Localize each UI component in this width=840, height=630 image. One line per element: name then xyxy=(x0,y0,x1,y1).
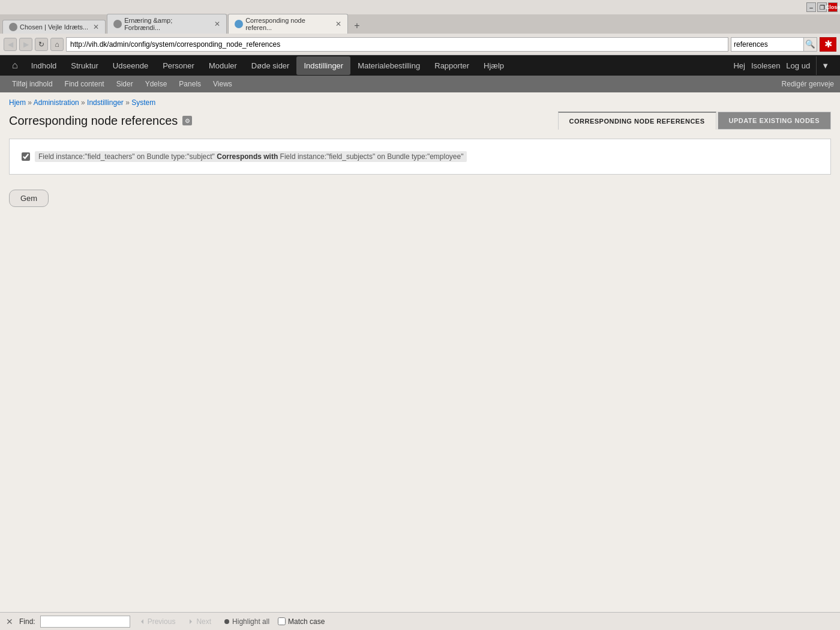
field-label-text: Field instance:"field_teachers" on Bundl… xyxy=(35,151,467,162)
tab-icon-1 xyxy=(9,23,17,31)
username-link[interactable]: Isolesen xyxy=(751,61,780,70)
breadcrumb: Hjem » Administration » Indstillinger » … xyxy=(9,98,831,107)
sec-nav-panels[interactable]: Panels xyxy=(173,77,207,91)
nav-item-hjaelp[interactable]: Hjælp xyxy=(476,56,511,75)
sec-nav-sider[interactable]: Sider xyxy=(110,77,139,91)
tab-label-3: Corresponding node referen... xyxy=(245,17,331,31)
highlight-all-button[interactable]: Highlight all xyxy=(220,616,273,627)
redigere-genveje-link[interactable]: Redigér genveje xyxy=(782,80,834,88)
tab-label-1: Chosen | Vejle Idræts... xyxy=(20,23,88,31)
nav-item-personer[interactable]: Personer xyxy=(155,56,202,75)
addon-button[interactable]: ✱ xyxy=(820,37,836,52)
content-box: Field instance:"field_teachers" on Bundl… xyxy=(9,139,831,175)
page-title-row: Corresponding node references ⚙ xyxy=(9,114,192,128)
field-instance-label2: Field instance:"field_subjects" on Bundl… xyxy=(280,152,464,161)
browser-tab-2[interactable]: Ernæring &amp; Forbrændi... ✕ xyxy=(107,14,227,34)
secondary-nav-left: Tilføj indhold Find content Sider Ydelse… xyxy=(6,77,238,91)
tab-icon-3 xyxy=(235,20,243,28)
settings-gear-icon[interactable]: ⚙ xyxy=(182,116,192,125)
minimize-button[interactable]: – xyxy=(806,2,816,12)
top-nav-arrow[interactable]: ▼ xyxy=(816,56,834,75)
find-input[interactable] xyxy=(40,616,130,628)
admin-wrapper: ⌂ Indhold Struktur Udseende Personer Mod… xyxy=(0,55,840,612)
top-nav-right: Hej Isolesen Log ud ▼ xyxy=(733,56,834,75)
match-case-text: Match case xyxy=(288,617,325,626)
field-instance-label: Field instance:"field_teachers" on Bundl… xyxy=(38,152,215,161)
sec-nav-find[interactable]: Find content xyxy=(59,77,110,91)
home-icon[interactable]: ⌂ xyxy=(6,55,24,76)
hello-text: Hej xyxy=(733,61,745,70)
forward-button[interactable]: ▶ xyxy=(19,38,32,51)
nav-bar: ◀ ▶ ↻ ⌂ 🔍 ✱ xyxy=(0,34,840,55)
tab-close-2[interactable]: ✕ xyxy=(214,20,220,28)
breadcrumb-hjem[interactable]: Hjem xyxy=(9,98,26,107)
page-tab-buttons: CORRESPONDING NODE REFERENCES UPDATE EXI… xyxy=(558,112,831,130)
match-case-label[interactable]: Match case xyxy=(278,617,325,626)
tab-label-2: Ernæring &amp; Forbrændi... xyxy=(124,17,209,31)
search-submit-button[interactable]: 🔍 xyxy=(803,38,817,51)
next-button[interactable]: Next xyxy=(184,616,215,627)
top-nav-left: ⌂ Indhold Struktur Udseende Personer Mod… xyxy=(6,55,511,76)
back-button[interactable]: ◀ xyxy=(4,38,17,51)
nav-item-struktur[interactable]: Struktur xyxy=(64,56,106,75)
top-nav: ⌂ Indhold Struktur Udseende Personer Mod… xyxy=(0,55,840,76)
field-checkbox[interactable] xyxy=(22,152,30,161)
address-bar[interactable] xyxy=(66,37,728,52)
previous-button[interactable]: Previous xyxy=(135,616,179,627)
secondary-nav: Tilføj indhold Find content Sider Ydelse… xyxy=(0,76,840,92)
breadcrumb-administration[interactable]: Administration xyxy=(34,98,79,107)
breadcrumb-indstillinger[interactable]: Indstillinger xyxy=(87,98,124,107)
nav-item-doede-sider[interactable]: Døde sider xyxy=(244,56,297,75)
tab-bar: Chosen | Vejle Idræts... ✕ Ernæring &amp… xyxy=(0,14,840,34)
breadcrumb-sep-2: » xyxy=(81,98,87,107)
find-bar: ✕ Find: Previous Next Highlight all Matc… xyxy=(0,612,840,630)
tab-button-update[interactable]: UPDATE EXISTING NODES xyxy=(718,112,831,130)
logout-link[interactable]: Log ud xyxy=(786,61,810,70)
nav-item-indstillinger[interactable]: Indstillinger xyxy=(296,56,350,75)
nav-item-indhold[interactable]: Indhold xyxy=(24,56,64,75)
tab-close-1[interactable]: ✕ xyxy=(93,23,99,31)
nav-item-rapporter[interactable]: Rapporter xyxy=(427,56,476,75)
svg-marker-1 xyxy=(190,619,192,624)
breadcrumb-sep-3: » xyxy=(125,98,131,107)
search-bar-container: 🔍 xyxy=(731,37,817,52)
tab-close-3[interactable]: ✕ xyxy=(335,20,341,28)
browser-search-input[interactable] xyxy=(731,39,803,50)
find-label: Find: xyxy=(19,617,35,626)
sec-nav-ydelse[interactable]: Ydelse xyxy=(139,77,173,91)
svg-point-2 xyxy=(224,619,229,624)
refresh-button[interactable]: ↻ xyxy=(35,38,48,51)
find-close-button[interactable]: ✕ xyxy=(5,617,14,626)
page-header: Corresponding node references ⚙ CORRESPO… xyxy=(9,112,831,130)
nav-item-materialebestilling[interactable]: Materialebestilling xyxy=(350,56,427,75)
title-bar: – ❐ Close xyxy=(0,0,840,14)
close-button[interactable]: Close xyxy=(828,2,838,12)
page-content: Hjem » Administration » Indstillinger » … xyxy=(0,92,840,213)
browser-tab-3[interactable]: Corresponding node referen... ✕ xyxy=(228,14,348,34)
breadcrumb-sep-1: » xyxy=(28,98,33,107)
new-tab-button[interactable]: + xyxy=(349,18,364,34)
home-nav-button[interactable]: ⌂ xyxy=(50,38,64,51)
tab-icon-2 xyxy=(113,20,122,28)
sec-nav-tilfoj[interactable]: Tilføj indhold xyxy=(6,77,59,91)
field-row: Field instance:"field_teachers" on Bundl… xyxy=(22,151,818,162)
match-case-checkbox[interactable] xyxy=(278,617,286,625)
browser-tab-1[interactable]: Chosen | Vejle Idræts... ✕ xyxy=(2,20,106,34)
address-bar-container xyxy=(66,37,728,52)
breadcrumb-system[interactable]: System xyxy=(131,98,155,107)
svg-marker-0 xyxy=(141,619,143,624)
sec-nav-views[interactable]: Views xyxy=(207,77,238,91)
corresponds-with-text: Corresponds with xyxy=(217,152,278,161)
nav-item-moduler[interactable]: Moduler xyxy=(202,56,244,75)
tab-button-corresponding[interactable]: CORRESPONDING NODE REFERENCES xyxy=(558,112,716,130)
page-title: Corresponding node references xyxy=(9,114,178,128)
save-button[interactable]: Gem xyxy=(9,190,49,207)
nav-item-udseende[interactable]: Udseende xyxy=(106,56,155,75)
